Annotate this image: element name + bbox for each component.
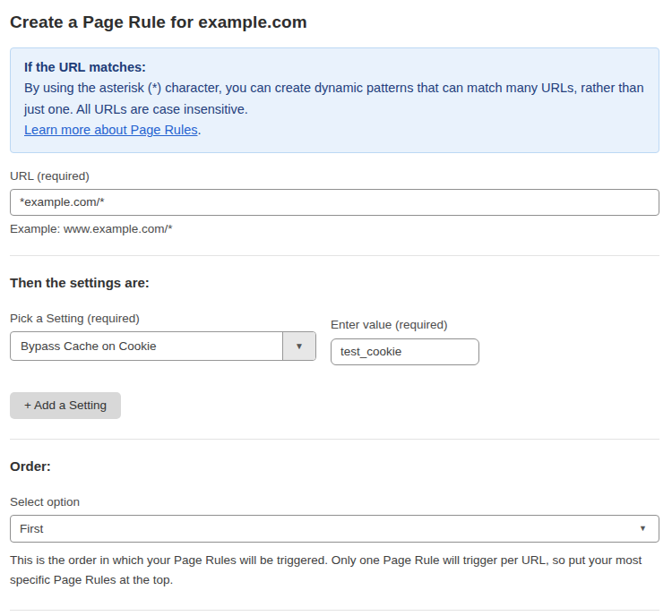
info-box-heading: If the URL matches: bbox=[24, 57, 645, 78]
pick-setting-dropdown-button[interactable]: ▼ bbox=[282, 332, 315, 360]
learn-more-link[interactable]: Learn more about Page Rules bbox=[24, 123, 197, 137]
url-matches-info-box: If the URL matches: By using the asteris… bbox=[10, 47, 659, 153]
pick-setting-selected-value: Bypass Cache on Cookie bbox=[11, 332, 282, 360]
link-period: . bbox=[197, 123, 201, 137]
chevron-down-icon: ▼ bbox=[639, 524, 647, 533]
chevron-down-icon: ▼ bbox=[295, 341, 304, 351]
divider-after-settings bbox=[10, 439, 659, 440]
pick-setting-column: Pick a Setting (required) Bypass Cache o… bbox=[10, 312, 316, 361]
url-input[interactable] bbox=[10, 189, 659, 216]
add-setting-button[interactable]: + Add a Setting bbox=[10, 392, 121, 419]
info-box-body: By using the asterisk (*) character, you… bbox=[24, 78, 645, 120]
order-select[interactable]: First ▼ bbox=[10, 515, 659, 543]
url-example-text: Example: www.example.com/* bbox=[10, 222, 659, 235]
order-select-label: Select option bbox=[10, 495, 659, 509]
settings-section-heading: Then the settings are: bbox=[10, 275, 659, 290]
url-field-label: URL (required) bbox=[10, 169, 659, 183]
divider-before-footer bbox=[10, 610, 659, 611]
order-help-text: This is the order in which your Page Rul… bbox=[10, 551, 659, 591]
divider-after-url bbox=[10, 255, 659, 256]
settings-row: Pick a Setting (required) Bypass Cache o… bbox=[10, 312, 659, 365]
create-page-rule-form: Create a Page Rule for example.com If th… bbox=[0, 0, 672, 616]
order-section-heading: Order: bbox=[10, 458, 659, 474]
setting-value-input[interactable] bbox=[331, 338, 479, 365]
pick-setting-select[interactable]: Bypass Cache on Cookie ▼ bbox=[10, 331, 316, 361]
order-selected-value: First bbox=[20, 522, 43, 535]
enter-value-label: Enter value (required) bbox=[331, 318, 479, 331]
pick-setting-label: Pick a Setting (required) bbox=[10, 312, 316, 325]
enter-value-column: Enter value (required) bbox=[331, 312, 479, 365]
page-title: Create a Page Rule for example.com bbox=[10, 13, 659, 32]
